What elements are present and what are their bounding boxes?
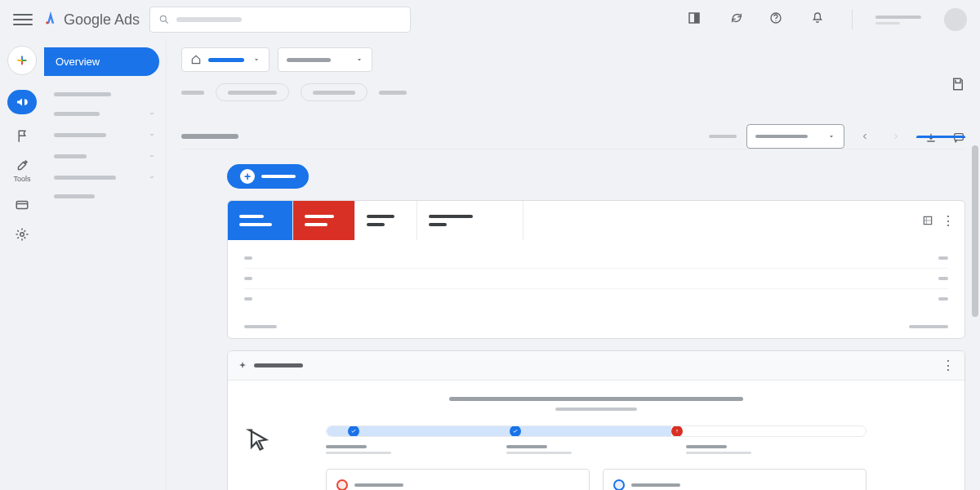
cursor-icon [244, 426, 274, 456]
date-range-select[interactable] [746, 124, 844, 149]
main-content: + ⋮ [167, 39, 980, 490]
chart-row [244, 289, 948, 309]
nav-item[interactable] [51, 124, 159, 145]
svg-point-0 [46, 21, 48, 24]
avatar[interactable] [944, 8, 967, 31]
rail-tools-label: Tools [13, 175, 30, 183]
chart-row [244, 269, 948, 289]
chevron-down-icon [827, 132, 835, 140]
new-campaign-button[interactable]: + [227, 164, 309, 189]
top-bar: Google Ads [0, 0, 980, 39]
onboarding-progress [326, 425, 866, 437]
onboarding-card: ⋮ [227, 350, 965, 490]
chevron-down-icon [355, 56, 363, 64]
expand-icon[interactable] [922, 215, 933, 226]
rail-campaigns[interactable] [7, 90, 37, 114]
nav-item[interactable] [51, 86, 159, 103]
home-icon [190, 54, 202, 65]
nav-item[interactable] [51, 103, 159, 124]
rail-admin[interactable] [9, 227, 35, 242]
step-label [506, 445, 687, 454]
plus-icon: + [240, 169, 255, 184]
more-icon[interactable]: ⋮ [942, 213, 955, 229]
nav-overview[interactable]: Overview [44, 47, 159, 76]
save-icon[interactable] [951, 77, 965, 91]
svg-rect-4 [694, 13, 699, 23]
help-icon[interactable] [768, 11, 783, 28]
page-title [181, 134, 238, 139]
onboarding-heading [449, 397, 743, 401]
svg-point-1 [160, 16, 166, 21]
chart-row [244, 248, 948, 269]
breadcrumb [181, 83, 965, 101]
suggestion-card[interactable] [603, 469, 866, 490]
metric-tile[interactable] [228, 201, 293, 240]
nav-item[interactable] [51, 167, 159, 188]
nav-item[interactable] [51, 145, 159, 167]
search-input[interactable] [149, 7, 411, 33]
search-icon [158, 14, 170, 25]
step-complete-icon [510, 425, 521, 437]
product-logo[interactable]: Google Ads [42, 10, 140, 30]
svg-point-6 [775, 20, 776, 21]
product-name: Google Ads [64, 11, 140, 29]
ads-logo-icon [42, 10, 59, 30]
nav-item[interactable] [51, 188, 159, 205]
account-scope-select[interactable] [181, 47, 270, 72]
more-icon[interactable]: ⋮ [942, 358, 955, 373]
campaign-scope-select[interactable] [278, 47, 372, 72]
rail-goals[interactable] [9, 129, 35, 144]
filter-chip[interactable] [216, 83, 289, 101]
onboarding-subheading [555, 408, 637, 411]
sparkle-icon [238, 361, 247, 371]
scrollbar[interactable] [972, 39, 978, 490]
refresh-icon[interactable] [728, 11, 746, 28]
step-label [326, 445, 506, 454]
side-nav: Overview [44, 39, 167, 490]
date-next-button[interactable] [885, 126, 906, 147]
rail-tools[interactable]: Tools [9, 158, 35, 183]
date-prev-button[interactable] [854, 126, 875, 147]
scorecard: ⋮ [227, 200, 965, 339]
metric-tile[interactable] [355, 201, 417, 240]
nav-rail: Tools [0, 39, 44, 490]
rail-billing[interactable] [9, 198, 35, 212]
suggestion-card[interactable] [326, 469, 590, 490]
appearance-icon[interactable] [684, 11, 705, 29]
step-error-icon [671, 425, 683, 437]
filter-chip[interactable] [301, 83, 368, 101]
notifications-icon[interactable] [806, 11, 829, 28]
step-label [686, 445, 866, 454]
step-complete-icon [348, 425, 359, 437]
metric-tile[interactable] [417, 201, 523, 240]
chevron-down-icon [252, 56, 261, 64]
create-button[interactable] [7, 46, 37, 75]
svg-point-9 [20, 233, 24, 237]
account-switcher[interactable] [875, 16, 921, 24]
svg-rect-7 [16, 202, 28, 209]
menu-icon[interactable] [13, 10, 33, 29]
metric-tile[interactable] [293, 201, 355, 240]
svg-line-2 [166, 21, 168, 24]
